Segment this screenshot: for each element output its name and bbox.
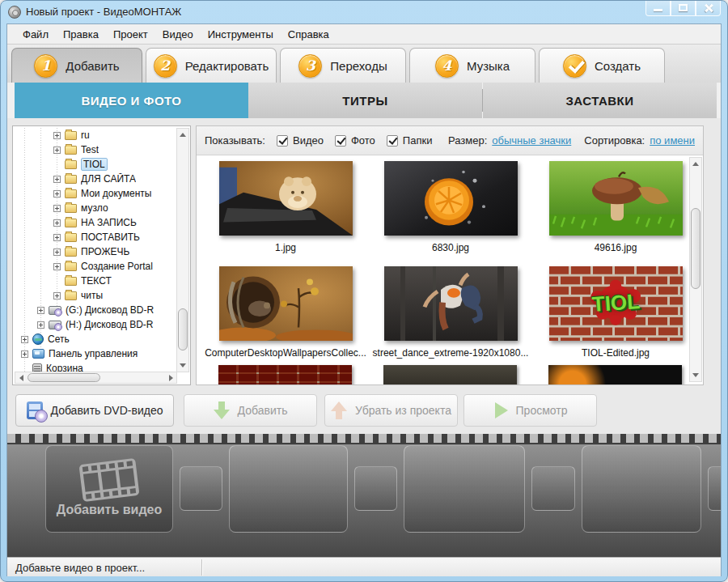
media-item[interactable]: TIOL TIOL-Edited.jpg (533, 266, 698, 359)
expand-icon[interactable] (53, 263, 61, 270)
expand-icon[interactable] (53, 132, 61, 139)
checkbox-video[interactable]: Видео (277, 134, 324, 147)
timeline-clip-slot[interactable] (404, 445, 525, 533)
expand-icon[interactable] (53, 292, 61, 299)
media-item[interactable]: ComputerDesktopWallpapersCollec... (203, 266, 368, 359)
tree-item-na-zapis[interactable]: НА ЗАПИСЬ (13, 215, 177, 230)
checkbox-checked-icon[interactable] (277, 135, 288, 147)
add-dvd-button[interactable]: Добавить DVD-видео (15, 394, 174, 427)
maximize-button[interactable] (671, 1, 696, 16)
minimize-button[interactable] (645, 1, 671, 16)
tree-item-control-panel[interactable]: Панель управления (13, 346, 177, 361)
close-button[interactable] (696, 1, 721, 16)
size-link[interactable]: обычные значки (492, 134, 571, 147)
menu-edit[interactable]: Правка (56, 26, 106, 43)
thumbnail-plush-toy[interactable] (219, 161, 353, 236)
timeline-clip-slot[interactable] (582, 445, 701, 533)
scroll-down-icon[interactable] (177, 359, 188, 372)
timeline-transition-slot[interactable] (354, 466, 397, 511)
tab-edit[interactable]: 2 Редактировать (146, 48, 277, 83)
tree-item-dlya-sayta[interactable]: ДЛЯ САЙТА (13, 172, 177, 186)
thumbnail-orange[interactable] (384, 161, 518, 236)
scrollbar-thumb[interactable] (28, 373, 100, 382)
tree-item-tekst[interactable]: ТЕКСТ (13, 274, 177, 288)
subtab-intros[interactable]: ЗАСТАВКИ (483, 83, 717, 118)
expand-icon[interactable] (53, 234, 61, 241)
tab-music[interactable]: 4 Музыка (409, 48, 535, 83)
tree-vertical-scrollbar[interactable] (176, 128, 189, 372)
timeline-transition-slot[interactable] (531, 466, 575, 511)
media-item[interactable]: street_dance_extreme-1920x1080... (368, 266, 533, 359)
checkbox-photo[interactable]: Фото (335, 134, 375, 147)
menu-help[interactable]: Справка (281, 26, 336, 43)
tree-item-muzlo[interactable]: музло (13, 201, 177, 215)
tab-create[interactable]: Создать (539, 48, 665, 83)
tree-item-drive-g[interactable]: (G:) Дисковод BD-R (13, 303, 177, 317)
timeline-add-video-slot[interactable]: Добавить видео (45, 445, 173, 533)
tab-add[interactable]: 1 Добавить (11, 48, 142, 83)
menu-video[interactable]: Видео (155, 26, 201, 43)
tree-item-postavit[interactable]: ПОСТАВИТЬ (13, 230, 177, 244)
checkbox-folders[interactable]: Папки (387, 134, 433, 147)
scroll-left-icon[interactable] (15, 372, 27, 383)
scroll-up-icon[interactable] (690, 158, 701, 170)
expand-icon[interactable] (53, 176, 61, 183)
expand-icon[interactable] (37, 321, 44, 329)
tree-horizontal-scrollbar[interactable] (15, 372, 177, 384)
expand-icon[interactable] (53, 147, 61, 154)
media-item[interactable]: 1.jpg (203, 161, 368, 253)
tree-item-ru[interactable]: ru (13, 128, 177, 142)
expand-icon[interactable] (53, 219, 61, 227)
tree-item-recycle-bin[interactable]: Корзина (13, 361, 177, 372)
thumbnail-partial[interactable] (218, 365, 352, 384)
expand-icon[interactable] (53, 249, 61, 256)
expand-icon[interactable] (37, 307, 44, 314)
remove-from-project-button[interactable]: Убрать из проекта (324, 394, 458, 427)
disc-drive-icon (49, 321, 61, 329)
menu-tools[interactable]: Инструменты (201, 26, 281, 43)
tree-item-prozhech[interactable]: ПРОЖЕЧЬ (13, 244, 177, 259)
checkbox-checked-icon[interactable] (387, 135, 398, 147)
subtab-titles[interactable]: ТИТРЫ (248, 83, 482, 118)
maximize-icon (679, 4, 688, 11)
tree-item-test[interactable]: Test (13, 142, 177, 157)
thumbnail-street-dance[interactable] (384, 266, 518, 341)
thumbnail-partial[interactable] (383, 365, 517, 384)
scroll-down-icon[interactable] (690, 369, 701, 381)
timeline-transition-slot[interactable] (708, 466, 721, 511)
tree-item-sozdanie-portal[interactable]: Создание Portal (13, 259, 177, 274)
tree-item-my-documents[interactable]: Мои документы (13, 186, 177, 201)
tree-item-chity[interactable]: читы (13, 288, 177, 303)
add-button[interactable]: Добавить (184, 394, 317, 427)
checkbox-checked-icon[interactable] (335, 135, 346, 147)
expand-icon[interactable] (53, 205, 61, 212)
expand-icon[interactable] (53, 190, 61, 198)
scroll-right-icon[interactable] (165, 372, 176, 383)
media-item[interactable]: 49616.jpg (533, 161, 698, 253)
menu-file[interactable]: Файл (15, 26, 56, 43)
media-browser: Показывать: Видео Фото Папки Размер: обы… (196, 125, 704, 385)
thumbnail-partial[interactable] (548, 365, 682, 384)
media-item[interactable]: 6830.jpg (368, 161, 533, 253)
minimize-icon (654, 9, 662, 11)
tab-transitions[interactable]: 3 Переходы (280, 48, 406, 83)
thumbnail-brick-graffiti[interactable]: TIOL (549, 266, 683, 341)
expand-icon[interactable] (21, 350, 28, 358)
sort-link[interactable]: по имени (650, 134, 695, 147)
tree-item-tiol[interactable]: TIOL (13, 157, 177, 172)
tree-item-network[interactable]: Сеть (13, 332, 177, 346)
tree-item-drive-h[interactable]: (H:) Дисковод BD-R (13, 317, 177, 332)
media-vertical-scrollbar[interactable] (689, 157, 702, 382)
timeline-clip-slot[interactable] (229, 445, 348, 533)
scroll-up-icon[interactable] (177, 129, 188, 141)
menu-project[interactable]: Проект (106, 26, 155, 43)
expand-icon[interactable] (21, 336, 28, 343)
timeline-transition-slot[interactable] (180, 466, 222, 511)
preview-button[interactable]: Просмотр (463, 394, 597, 427)
title-bar[interactable]: Новый проект - ВидеоМОНТАЖ (1, 1, 727, 23)
thumbnail-barrel-hedgehog[interactable] (219, 266, 353, 341)
subtab-video-photo[interactable]: ВИДЕО И ФОТО (15, 83, 248, 118)
scrollbar-thumb[interactable] (178, 308, 188, 350)
thumbnail-mushroom[interactable] (549, 161, 683, 236)
scrollbar-thumb[interactable] (691, 208, 700, 289)
